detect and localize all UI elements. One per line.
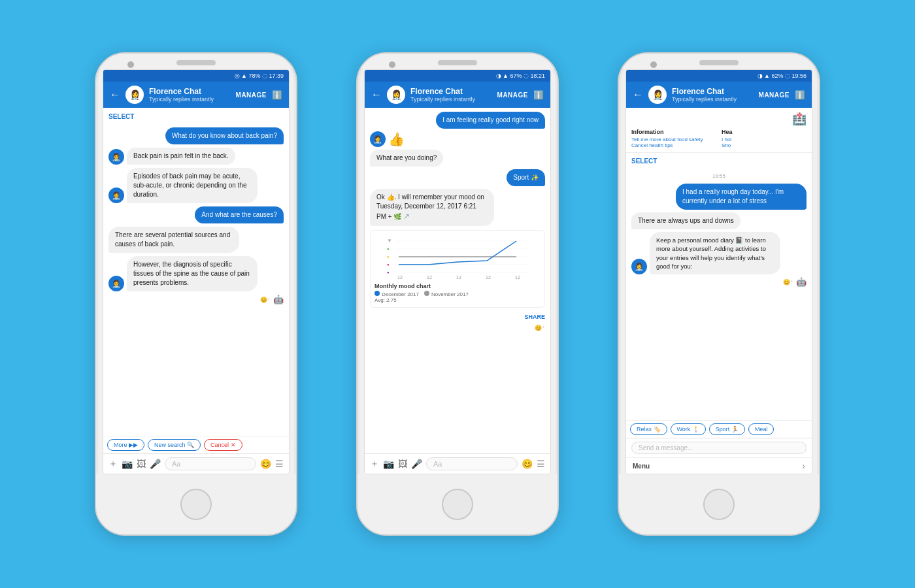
bubble-3-1: I had a really rough day today... I'm cu… bbox=[676, 184, 807, 210]
info-panel-3: 🏥 Information Tell me more about food sa… bbox=[626, 108, 812, 153]
phone-3: ◑ ▲ 62% ◌ 19:56 ← 👩‍⚕️ Florence Chat Typ… bbox=[618, 52, 820, 536]
info-row-3: Information Tell me more about food safe… bbox=[631, 129, 807, 148]
qr-sport-3[interactable]: Sport 🏃 bbox=[709, 423, 745, 435]
bubble-1-1: What do you know about back pain? bbox=[165, 127, 284, 144]
input-bar-2: ＋ 📷 🖼 🎤 Aa 😊 ☰ bbox=[365, 453, 550, 474]
svg-text:●: ● bbox=[387, 255, 390, 259]
camera-btn-2[interactable]: 📷 bbox=[383, 459, 394, 469]
info-col2-title-3: Hea bbox=[722, 129, 807, 135]
bubble-2-4: Sport ✨ bbox=[507, 169, 545, 186]
plus-icon-1[interactable]: ＋ bbox=[108, 458, 118, 470]
header-subtitle-2: Typically replies instantly bbox=[410, 96, 492, 103]
qr-relax-3[interactable]: Relax 🏷️ bbox=[630, 423, 667, 435]
bot-avatar-1-3: 👩‍⚕️ bbox=[108, 188, 124, 203]
emoji-react-1: 😊⁺ bbox=[260, 297, 271, 303]
bubble-3-3: Keep a personal mood diary 📓 to learn mo… bbox=[650, 232, 780, 274]
back-button-2[interactable]: ← bbox=[371, 89, 382, 101]
speaker-3 bbox=[699, 60, 739, 65]
qr-more-1[interactable]: More ▶▶ bbox=[107, 439, 144, 451]
mic-btn-1[interactable]: 🎤 bbox=[150, 459, 161, 469]
bot-avatar-2-2: 👩‍⚕️ bbox=[370, 131, 386, 147]
header-title-group-3: Florence Chat Typically replies instantl… bbox=[672, 87, 754, 103]
info-item2-2-3[interactable]: Sho bbox=[722, 142, 807, 148]
msg-1-2: 👩‍⚕️ Back pain is pain felt in the back. bbox=[108, 148, 284, 165]
image-btn-2[interactable]: 🖼 bbox=[398, 459, 407, 469]
main-container: ◎ ▲ 78% ◌ 17:39 ← 👩‍⚕️ Florence Chat Typ… bbox=[39, 26, 876, 562]
phone-2: ◑ ▲ 67% ◌ 18:21 ← 👩‍⚕️ Florence Chat Typ… bbox=[356, 52, 559, 536]
phone-3-screen: ◑ ▲ 62% ◌ 19:56 ← 👩‍⚕️ Florence Chat Typ… bbox=[625, 69, 812, 474]
legend-dot-dec bbox=[374, 291, 380, 296]
avatar-3: 👩‍⚕️ bbox=[648, 86, 667, 104]
bot-emoji-3: 🤖 bbox=[796, 277, 807, 287]
manage-button-1[interactable]: MANAGE bbox=[236, 91, 267, 99]
svg-text:12: 12 bbox=[486, 275, 491, 280]
input-bar-1: ＋ 📷 🖼 🎤 Aa 😊 ☰ bbox=[103, 453, 289, 474]
header-subtitle-3: Typically replies instantly bbox=[672, 96, 754, 103]
svg-text:▼: ▼ bbox=[387, 238, 392, 244]
msg-3-1: I had a really rough day today... I'm cu… bbox=[631, 184, 807, 210]
msg-3-2: There are always ups and downs bbox=[631, 212, 807, 229]
image-btn-1[interactable]: 🖼 bbox=[137, 459, 146, 469]
back-button-1[interactable]: ← bbox=[110, 89, 120, 101]
info-col1-3: Information Tell me more about food safe… bbox=[631, 129, 716, 148]
menu-arrow-3[interactable]: › bbox=[802, 461, 805, 471]
info-item2-1-3[interactable]: I hol bbox=[722, 137, 807, 142]
speaker bbox=[176, 60, 216, 65]
text-input-1[interactable]: Aa bbox=[165, 457, 256, 470]
bot-emoji-1: 🤖 bbox=[273, 295, 284, 304]
chat-body-3: 19:55 I had a really rough day today... … bbox=[626, 167, 812, 420]
chat-body-2: I am feeling really good right now 👩‍⚕️ … bbox=[365, 108, 550, 453]
info-icon-3[interactable]: ℹ️ bbox=[795, 90, 805, 100]
qr-cancel-1[interactable]: Cancel ✕ bbox=[204, 439, 242, 451]
home-button-3[interactable] bbox=[703, 489, 735, 520]
qr-newsearch-1[interactable]: New search 🔍 bbox=[148, 439, 201, 451]
info-icon-1[interactable]: ℹ️ bbox=[272, 90, 282, 100]
emoji-react-3: 😊⁺ bbox=[783, 279, 793, 286]
timestamp-3: 19:55 bbox=[631, 173, 807, 179]
home-button-1[interactable] bbox=[180, 489, 212, 520]
emoji-btn-2[interactable]: 😊 bbox=[522, 459, 533, 469]
bubble-1-4: And what are the causes? bbox=[195, 206, 284, 223]
msg-2-2: 👩‍⚕️ 👍 bbox=[370, 131, 545, 147]
header-subtitle-1: Typically replies instantly bbox=[149, 96, 231, 103]
header-title-1: Florence Chat bbox=[149, 87, 231, 96]
chat-header-2: ← 👩‍⚕️ Florence Chat Typically replies i… bbox=[365, 82, 550, 108]
avatar-1: 👩‍⚕️ bbox=[125, 86, 144, 104]
bubble-1-6: However, the diagnosis of specific tissu… bbox=[127, 256, 258, 291]
qr-meal-3[interactable]: Meal bbox=[748, 423, 774, 435]
status-bar-2: ◑ ▲ 67% ◌ 18:21 bbox=[365, 70, 550, 82]
info-item1-1-3[interactable]: Tell me more about food safety bbox=[631, 137, 716, 142]
qr-work-3[interactable]: Work 🕯️ bbox=[671, 423, 706, 435]
camera-btn-1[interactable]: 📷 bbox=[122, 459, 133, 469]
share-icon-2-5[interactable]: ↗ bbox=[403, 212, 410, 221]
text-input-2[interactable]: Aa bbox=[426, 457, 518, 470]
select-link-3[interactable]: SELECT bbox=[631, 157, 659, 165]
select-link-1[interactable]: SELECT bbox=[108, 113, 137, 120]
share-btn-2[interactable]: SHARE bbox=[370, 312, 545, 322]
info-icon-2[interactable]: ℹ️ bbox=[533, 90, 544, 100]
info-item1-2-3[interactable]: Cancel health tips bbox=[631, 142, 716, 148]
mood-chart-2: ▼ ● ● ● ● bbox=[370, 230, 545, 308]
bot-avatar-1-2: 👩‍⚕️ bbox=[108, 149, 124, 165]
chat-header-3: ← 👩‍⚕️ Florence Chat Typically replies i… bbox=[626, 82, 812, 108]
home-button-2[interactable] bbox=[442, 489, 473, 520]
emoji-react-2: 😊⁺ bbox=[535, 325, 545, 331]
text-input-3[interactable]: Send a message... bbox=[631, 442, 807, 454]
bubble-2-3: What are you doing? bbox=[370, 150, 443, 167]
medical-icon-3: 🏥 bbox=[792, 112, 807, 125]
menu-bar-3[interactable]: Menu › bbox=[626, 457, 812, 474]
mic-btn-2[interactable]: 🎤 bbox=[411, 459, 422, 469]
chart-title-2: Monthly mood chart bbox=[374, 283, 541, 289]
menu-btn-2[interactable]: ☰ bbox=[537, 459, 545, 469]
manage-button-3[interactable]: MANAGE bbox=[759, 91, 790, 99]
phone-1-top bbox=[96, 54, 296, 69]
manage-button-2[interactable]: MANAGE bbox=[497, 91, 528, 99]
input-bar-3: Send a message... bbox=[626, 438, 812, 457]
back-button-3[interactable]: ← bbox=[633, 89, 643, 101]
emoji-btn-1[interactable]: 😊 bbox=[260, 459, 271, 469]
menu-btn-1[interactable]: ☰ bbox=[275, 459, 284, 469]
plus-icon-2[interactable]: ＋ bbox=[370, 458, 379, 470]
menu-label-3[interactable]: Menu bbox=[633, 463, 650, 470]
phone-2-bottom bbox=[358, 474, 557, 534]
bubble-3-2: There are always ups and downs bbox=[631, 212, 740, 229]
